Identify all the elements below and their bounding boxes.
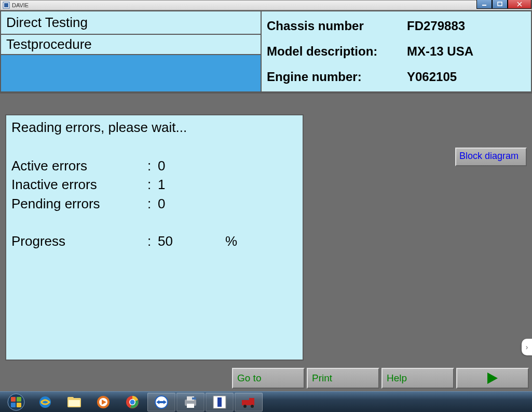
status-panel: Reading errors, please wait... Active er… (5, 114, 304, 361)
side-expand-tab[interactable]: › (522, 339, 532, 355)
inactive-errors-value: 1 (158, 175, 225, 194)
svg-point-6 (8, 394, 24, 410)
start-icon (7, 393, 25, 411)
chassis-number-label: Chassis number (267, 19, 407, 33)
inactive-errors-row: Inactive errors : 1 (11, 175, 297, 194)
window-title: DAVIE (12, 2, 29, 8)
svg-rect-3 (498, 2, 502, 6)
progress-row: Progress : 50 % (11, 232, 297, 250)
svg-rect-7 (11, 397, 16, 402)
svg-point-33 (243, 405, 247, 408)
model-description-value: MX-13 USA (407, 44, 526, 59)
header: Direct Testing Testprocedure Chassis num… (0, 10, 532, 94)
chrome-icon (125, 395, 140, 409)
taskbar-chrome[interactable] (118, 393, 146, 411)
davie-app-icon (213, 395, 226, 409)
action-button-row: Go to Print Help (232, 368, 529, 389)
close-button[interactable] (508, 0, 531, 9)
svg-rect-24 (159, 401, 163, 403)
start-button[interactable] (2, 392, 30, 412)
teamviewer-icon (154, 395, 169, 409)
goto-button[interactable]: Go to (232, 368, 305, 389)
inactive-errors-label: Inactive errors (11, 175, 147, 194)
engine-number-value: Y062105 (407, 70, 526, 84)
colon: : (147, 194, 158, 213)
taskbar-teamviewer[interactable] (147, 393, 175, 411)
active-errors-label: Active errors (11, 156, 147, 175)
taskbar-ie[interactable] (31, 393, 59, 411)
vehicle-info-panel: Chassis number FD279883 Model descriptio… (261, 10, 532, 92)
play-icon (487, 373, 498, 384)
chassis-number-value: FD279883 (407, 19, 526, 33)
pending-errors-row: Pending errors : 0 (11, 194, 297, 213)
truck-app-icon (241, 396, 256, 408)
help-button[interactable]: Help (381, 368, 454, 389)
minimize-button[interactable] (476, 0, 492, 9)
svg-rect-8 (17, 397, 21, 402)
model-description-label: Model description: (267, 44, 407, 59)
taskbar-explorer[interactable] (60, 393, 88, 411)
taskbar-davie-app[interactable] (206, 393, 234, 411)
colon: : (147, 232, 158, 250)
internet-explorer-icon (38, 395, 52, 409)
svg-rect-32 (249, 398, 254, 405)
media-player-icon (96, 395, 111, 409)
play-button[interactable] (456, 368, 529, 389)
progress-label: Progress (11, 232, 147, 250)
taskbar (0, 391, 532, 412)
print-button[interactable]: Print (307, 368, 379, 389)
svg-rect-30 (217, 397, 222, 407)
active-errors-value: 0 (158, 156, 225, 175)
progress-value: 50 (158, 232, 225, 250)
davie-app-icon (3, 2, 10, 9)
progress-unit: % (225, 232, 246, 250)
spacer (11, 213, 297, 232)
chevron-right-icon: › (526, 343, 528, 351)
window-controls (476, 0, 531, 9)
block-diagram-button[interactable]: Block diagram (455, 148, 527, 166)
svg-rect-1 (4, 3, 8, 7)
svg-point-34 (251, 405, 254, 408)
window-titlebar: DAVIE (0, 0, 532, 10)
reading-errors-title: Reading errors, please wait... (11, 119, 297, 136)
taskbar-printer[interactable] (176, 393, 204, 411)
printer-icon (183, 395, 198, 409)
header-selected-row[interactable] (1, 55, 261, 91)
engine-number-label: Engine number: (267, 70, 407, 84)
svg-point-20 (130, 400, 135, 404)
active-errors-row: Active errors : 0 (11, 156, 297, 175)
svg-rect-14 (69, 400, 80, 406)
svg-rect-13 (67, 397, 74, 400)
file-explorer-icon (66, 396, 82, 408)
svg-rect-9 (11, 403, 16, 407)
testprocedure-label: Testprocedure (1, 35, 261, 55)
svg-rect-10 (17, 403, 21, 407)
taskbar-truck-app[interactable] (235, 393, 263, 411)
svg-rect-28 (192, 397, 196, 400)
direct-testing-label: Direct Testing (1, 11, 261, 35)
main-area: Reading errors, please wait... Active er… (0, 94, 532, 365)
colon: : (147, 156, 158, 175)
header-left-panel: Direct Testing Testprocedure (0, 10, 261, 92)
taskbar-media-player[interactable] (89, 393, 117, 411)
svg-rect-27 (187, 404, 194, 408)
pending-errors-value: 0 (158, 194, 225, 213)
svg-rect-31 (242, 400, 249, 405)
maximize-button[interactable] (492, 0, 508, 9)
colon: : (147, 175, 158, 194)
pending-errors-label: Pending errors (11, 194, 147, 213)
